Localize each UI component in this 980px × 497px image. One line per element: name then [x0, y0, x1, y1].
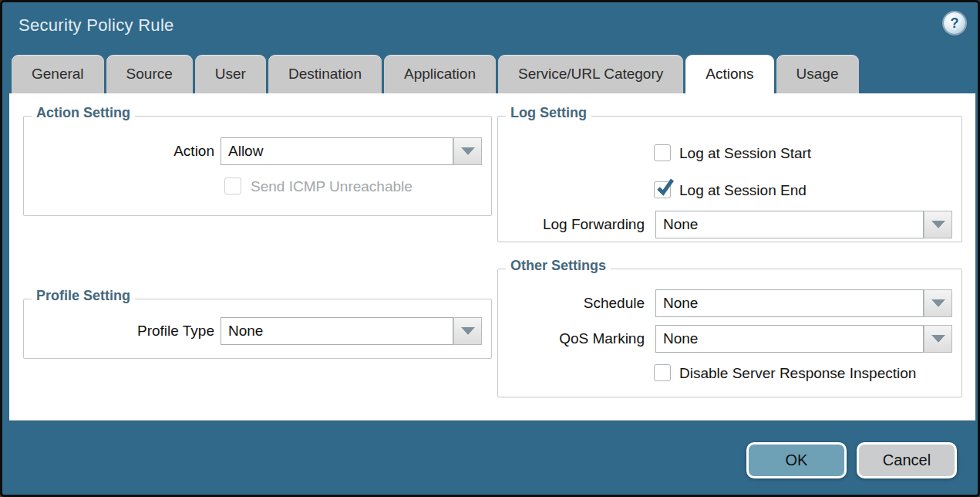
help-glyph: ? — [951, 16, 959, 30]
tab-usage[interactable]: Usage — [776, 55, 859, 93]
tab-source[interactable]: Source — [106, 55, 193, 93]
log-session-start-label: Log at Session Start — [679, 144, 811, 162]
chevron-down-icon — [461, 327, 475, 335]
log-forwarding-dropdown-value[interactable]: None — [655, 211, 924, 238]
log-session-start-checkbox[interactable] — [654, 144, 671, 161]
tab-bar: General Source User Destination Applicat… — [12, 55, 859, 93]
tab-user[interactable]: User — [195, 55, 266, 93]
chevron-down-icon — [461, 147, 475, 155]
chevron-down-icon — [931, 221, 945, 228]
help-icon[interactable]: ? — [944, 12, 965, 34]
log-forwarding-dropdown-button[interactable] — [924, 211, 952, 238]
action-setting-group: Action Setting — [23, 116, 492, 216]
tab-destination[interactable]: Destination — [268, 55, 382, 93]
send-icmp-checkbox — [224, 178, 241, 194]
other-settings-legend: Other Settings — [506, 258, 611, 274]
log-forwarding-label: Log Forwarding — [490, 211, 645, 238]
schedule-dropdown-value[interactable]: None — [655, 289, 924, 317]
ok-button[interactable]: OK — [746, 442, 847, 478]
disable-server-response-inspection-checkbox[interactable] — [654, 364, 671, 381]
tab-general[interactable]: General — [12, 55, 104, 93]
tab-actions[interactable]: Actions — [685, 55, 773, 93]
send-icmp-label: Send ICMP Unreachable — [251, 178, 413, 195]
log-session-end-checkbox[interactable] — [654, 181, 671, 198]
qos-marking-label: QoS Marking — [490, 325, 645, 353]
actions-tab-panel: Action Setting Action Allow Send ICMP Un… — [9, 93, 975, 421]
chevron-down-icon — [931, 335, 945, 343]
action-dropdown[interactable]: Allow — [221, 137, 482, 165]
profile-type-label: Profile Type — [60, 317, 214, 345]
chevron-down-icon — [931, 299, 945, 307]
log-forwarding-dropdown[interactable]: None — [655, 211, 952, 238]
dialog-title: Security Policy Rule — [19, 15, 174, 36]
tab-service-url-category[interactable]: Service/URL Category — [498, 55, 683, 93]
log-setting-legend: Log Setting — [506, 105, 591, 121]
action-setting-legend: Action Setting — [32, 105, 135, 121]
qos-marking-dropdown-value[interactable]: None — [655, 325, 924, 353]
action-dropdown-button[interactable] — [453, 137, 482, 165]
profile-type-dropdown-value[interactable]: None — [221, 317, 453, 345]
profile-type-dropdown[interactable]: None — [221, 317, 482, 345]
checkmark-icon — [655, 178, 675, 198]
profile-type-dropdown-button[interactable] — [453, 317, 482, 345]
disable-server-response-inspection-label: Disable Server Response Inspection — [679, 364, 916, 382]
log-session-end-label: Log at Session End — [679, 181, 807, 199]
action-dropdown-value[interactable]: Allow — [221, 137, 453, 165]
action-label: Action — [60, 137, 214, 165]
security-policy-rule-dialog: Security Policy Rule ? General Source Us… — [0, 0, 980, 497]
schedule-dropdown[interactable]: None — [655, 289, 952, 317]
qos-marking-dropdown-button[interactable] — [924, 325, 952, 353]
cancel-button[interactable]: Cancel — [857, 442, 957, 478]
profile-setting-legend: Profile Setting — [32, 288, 135, 304]
schedule-label: Schedule — [490, 289, 645, 317]
schedule-dropdown-button[interactable] — [924, 289, 952, 317]
tab-application[interactable]: Application — [384, 55, 496, 93]
qos-marking-dropdown[interactable]: None — [655, 325, 952, 353]
